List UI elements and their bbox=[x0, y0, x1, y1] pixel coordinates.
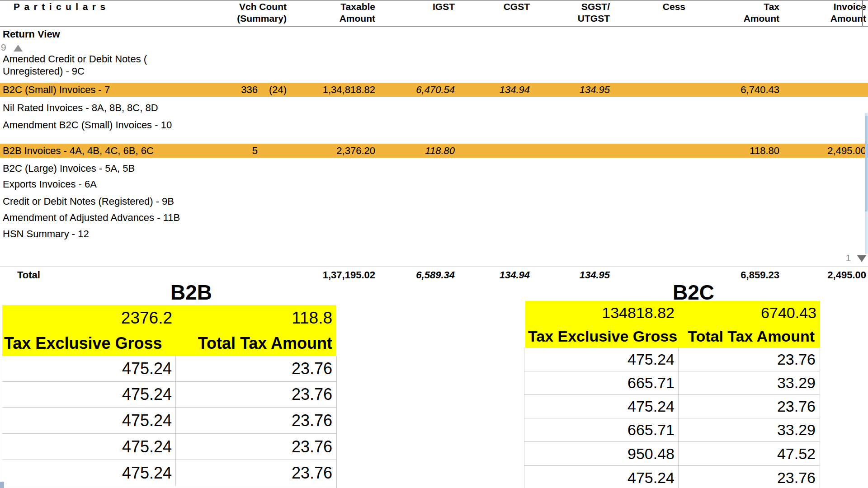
b2b-gross-cell[interactable]: 475.24 bbox=[2, 408, 176, 433]
b2b-gross-cell[interactable]: 475.24 bbox=[2, 356, 176, 381]
b2b-tax-cell[interactable]: 23.76 bbox=[176, 356, 336, 381]
b2b-header-gross[interactable]: Tax Exclusive Gross bbox=[2, 334, 176, 353]
row-label: Amendment B2C (Small) Invoices - 10 bbox=[3, 118, 190, 132]
row-hsn-summary-12[interactable]: HSN Summary - 12 bbox=[3, 227, 866, 241]
col-header-particulars: Particulars bbox=[3, 1, 190, 13]
total-cgst: 134.94 bbox=[455, 267, 530, 283]
b2c-header-gross[interactable]: Tax Exclusive Gross bbox=[525, 328, 678, 345]
b2b-data-row[interactable]: 475.24 23.76 bbox=[2, 408, 336, 434]
b2c-tax-cell[interactable]: 23.76 bbox=[679, 466, 819, 488]
vertical-scrollbar[interactable] bbox=[865, 113, 868, 254]
return-table-header: Particulars Vch Count (Summary) Taxable … bbox=[3, 1, 866, 26]
b2c-data-row[interactable]: 665.71 33.29 bbox=[524, 418, 820, 442]
col-header-cgst: CGST bbox=[455, 1, 530, 13]
row-amendment-adjusted-advances-11b[interactable]: Amendment of Adjusted Advances - 11B bbox=[3, 211, 866, 225]
b2c-tax-cell[interactable]: 33.29 bbox=[679, 418, 819, 441]
b2b-summary-gross-cell[interactable]: 2376.2 bbox=[2, 309, 176, 328]
b2b-header-tax[interactable]: Total Tax Amount bbox=[176, 334, 336, 353]
b2b-gross-cell[interactable]: 475.24 bbox=[2, 460, 176, 486]
b2c-data-row[interactable]: 475.24 23.76 bbox=[524, 466, 820, 488]
header-separator bbox=[0, 26, 868, 27]
b2c-gross-cell[interactable]: 475.24 bbox=[524, 466, 679, 488]
b2c-tax-cell[interactable]: 47.52 bbox=[679, 442, 819, 465]
row-label: Credit or Debit Notes (Registered) - 9B bbox=[3, 195, 190, 208]
sgst-value: 134.95 bbox=[530, 83, 610, 97]
row-label: HSN Summary - 12 bbox=[3, 227, 190, 241]
scroll-up-indicator[interactable]: 9 bbox=[1, 42, 23, 53]
col-header-taxable: Taxable Amount bbox=[287, 1, 375, 24]
b2c-data-table: 475.24 23.76 665.71 33.29 475.24 23.76 6… bbox=[524, 348, 820, 488]
col-header-sgst: SGST/ UTGST bbox=[530, 1, 610, 24]
b2c-tax-cell[interactable]: 23.76 bbox=[679, 395, 819, 418]
b2b-data-row[interactable]: 475.24 23.76 bbox=[2, 382, 336, 408]
row-label: Amendment of Adjusted Advances - 11B bbox=[3, 211, 190, 225]
row-nil-rated-invoices[interactable]: Nil Rated Invoices - 8A, 8B, 8C, 8D bbox=[3, 101, 866, 115]
b2b-section-title: B2B bbox=[24, 282, 358, 303]
row-exports-invoices[interactable]: Exports Invoices - 6A bbox=[3, 178, 866, 191]
row-amendment-b2c-small-10[interactable]: Amendment B2C (Small) Invoices - 10 bbox=[3, 118, 866, 132]
b2b-tax-cell[interactable]: 23.76 bbox=[176, 382, 336, 407]
b2c-data-row[interactable]: 950.48 47.52 bbox=[524, 442, 820, 466]
b2c-data-row[interactable]: 475.24 23.76 bbox=[524, 395, 820, 418]
vch-count-extra bbox=[258, 144, 287, 158]
row-b2c-small-invoices-highlighted[interactable]: B2C (Small) Invoices - 7 336 (24) 1,34,8… bbox=[0, 83, 868, 97]
b2b-data-row[interactable]: 475.24 23.76 bbox=[2, 460, 336, 486]
b2c-summary-gross-cell[interactable]: 134818.82 bbox=[525, 304, 678, 322]
total-taxable-amount: 1,37,195.02 bbox=[287, 267, 375, 283]
b2b-summary-row[interactable]: 2376.2 118.8 bbox=[2, 305, 336, 331]
sheet-corner-fragment bbox=[0, 482, 4, 488]
b2c-summary-tax-cell[interactable]: 6740.43 bbox=[678, 304, 820, 322]
b2c-gross-cell[interactable]: 665.71 bbox=[524, 418, 679, 441]
b2b-data-table: 475.24 23.76 475.24 23.76 475.24 23.76 4… bbox=[2, 356, 337, 488]
b2b-summary-block: 2376.2 118.8 Tax Exclusive Gross Total T… bbox=[2, 305, 336, 356]
b2c-header-tax[interactable]: Total Tax Amount bbox=[678, 328, 820, 345]
clipped-cell-fragment: n bbox=[518, 329, 524, 347]
total-row: Total 1,37,195.02 6,589.34 134.94 134.95… bbox=[3, 267, 866, 283]
row-b2b-invoices-highlighted[interactable]: B2B Invoices - 4A, 4B, 4C, 6B, 6C 5 2,37… bbox=[0, 144, 868, 158]
b2b-data-row[interactable]: 475.24 23.76 bbox=[2, 356, 336, 382]
b2b-gross-cell[interactable]: 475.24 bbox=[2, 382, 176, 407]
row-b2c-large-invoices[interactable]: B2C (Large) Invoices - 5A, 5B bbox=[3, 161, 866, 176]
b2b-tax-cell[interactable]: 23.76 bbox=[176, 408, 336, 433]
scroll-down-icon bbox=[857, 255, 866, 262]
b2b-header-row[interactable]: Tax Exclusive Gross Total Tax Amount bbox=[2, 331, 336, 356]
b2c-gross-cell[interactable]: 475.24 bbox=[524, 348, 679, 371]
scrollbar-thumb[interactable] bbox=[865, 116, 868, 211]
b2c-gross-cell[interactable]: 665.71 bbox=[524, 371, 679, 394]
b2c-tax-cell[interactable]: 23.76 bbox=[679, 348, 819, 371]
b2c-tax-cell[interactable]: 33.29 bbox=[679, 371, 819, 394]
col-header-tax-amount: Tax Amount bbox=[685, 1, 779, 24]
b2b-tax-cell[interactable]: 23.76 bbox=[176, 434, 336, 460]
scroll-down-indicator[interactable]: 1 bbox=[845, 252, 866, 264]
scroll-up-icon bbox=[14, 45, 23, 52]
b2c-gross-cell[interactable]: 475.24 bbox=[524, 395, 679, 418]
row-label: B2B Invoices - 4A, 4B, 4C, 6B, 6C bbox=[3, 144, 190, 158]
b2c-data-row[interactable]: 475.24 23.76 bbox=[524, 348, 820, 371]
b2b-summary-tax-cell[interactable]: 118.8 bbox=[176, 309, 336, 328]
vch-count-value: 5 bbox=[190, 144, 258, 158]
b2b-data-row[interactable]: 475.24 23.76 bbox=[2, 434, 336, 460]
row-label: Nil Rated Invoices - 8A, 8B, 8C, 8D bbox=[3, 101, 190, 115]
total-igst: 6,589.34 bbox=[375, 267, 455, 283]
b2b-tax-cell[interactable]: 23.76 bbox=[176, 460, 336, 486]
row-label: Exports Invoices - 6A bbox=[3, 178, 190, 191]
igst-value: 6,470.54 bbox=[375, 83, 455, 97]
scroll-down-count: 1 bbox=[845, 253, 851, 263]
b2b-gross-cell[interactable]: 475.24 bbox=[2, 434, 176, 460]
tax-amount-value: 118.80 bbox=[685, 144, 779, 158]
b2c-data-row[interactable]: 665.71 33.29 bbox=[524, 371, 820, 395]
invoice-amount-value: 2,495.00 bbox=[779, 144, 866, 158]
b2c-summary-row[interactable]: 134818.82 6740.43 bbox=[525, 301, 820, 324]
b2c-section-title: B2C bbox=[527, 282, 860, 303]
tax-amount-value: 6,740.43 bbox=[685, 83, 779, 97]
row-amended-credit-debit-9c[interactable]: Amended Credit or Debit Notes ( Unregist… bbox=[3, 52, 866, 78]
b2c-gross-cell[interactable]: 950.48 bbox=[524, 442, 679, 465]
b2c-summary-block: 134818.82 6740.43 Tax Exclusive Gross To… bbox=[525, 301, 820, 348]
total-separator bbox=[0, 267, 868, 267]
col-header-vch-count: Vch Count (Summary) bbox=[190, 1, 287, 24]
total-label: Total bbox=[3, 267, 190, 283]
row-label: B2C (Small) Invoices - 7 bbox=[3, 83, 190, 97]
vch-count-value: 336 bbox=[190, 83, 258, 97]
b2c-header-row[interactable]: Tax Exclusive Gross Total Tax Amount bbox=[525, 324, 820, 348]
row-credit-debit-notes-9b[interactable]: Credit or Debit Notes (Registered) - 9B bbox=[3, 195, 866, 208]
